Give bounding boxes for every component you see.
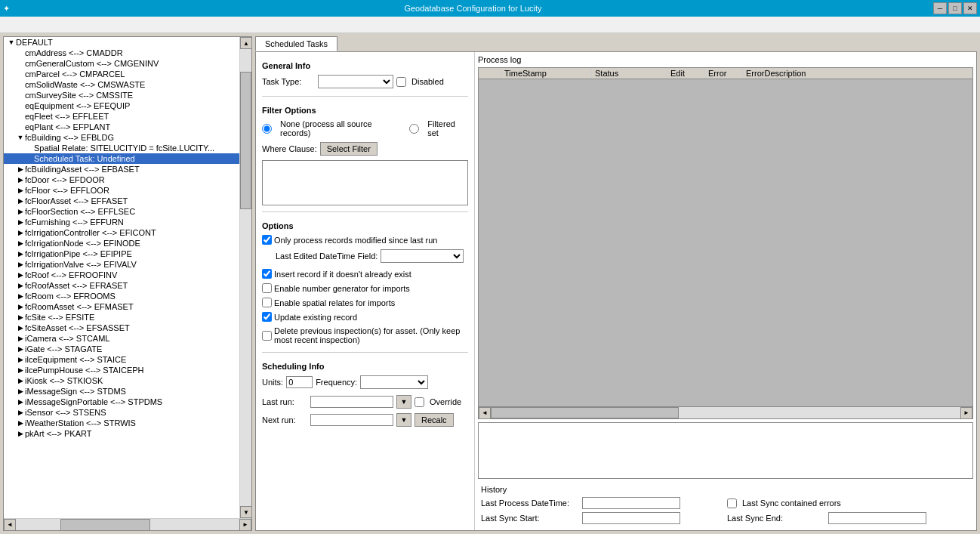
disabled-checkbox[interactable] — [396, 77, 406, 87]
last-edited-select[interactable] — [381, 249, 464, 263]
tree-expander: ▶ — [16, 239, 25, 247]
log-scrollbar-horizontal[interactable]: ◄ ► — [479, 406, 972, 418]
tree-item[interactable]: ▶iWeatherStation <--> STRWIS — [4, 418, 239, 428]
tree-item[interactable]: eqFleet <--> EFFLEET — [4, 111, 239, 122]
tree-item[interactable]: ▶fcSiteAsset <--> EFSASSET — [4, 323, 239, 333]
none-radio[interactable] — [262, 124, 272, 134]
window-title: Geodatabase Configuration for Lucity — [13, 4, 933, 13]
select-filter-button[interactable]: Select Filter — [320, 142, 378, 156]
tree-item[interactable]: ▶fcFloorAsset <--> EFFASET — [4, 196, 239, 206]
tree-item[interactable]: cmSurveySite <--> CMSSITE — [4, 90, 239, 100]
tree-expander: ▶ — [16, 387, 25, 395]
where-clause-textarea[interactable] — [262, 160, 468, 205]
only-modified-checkbox[interactable] — [262, 235, 272, 245]
tree-item[interactable]: ▶fcRoom <--> EFROOMS — [4, 291, 239, 301]
tree-item[interactable]: ▶fcIrrigationController <--> EFICONT — [4, 227, 239, 238]
filtered-set-radio[interactable] — [409, 124, 419, 134]
tree-item[interactable]: ▶fcFloorSection <--> EFFLSEC — [4, 206, 239, 217]
tree-item[interactable]: Scheduled Task: Undefined — [4, 153, 239, 164]
next-run-label: Next run: — [262, 415, 307, 424]
tree-item[interactable]: ▶fcFloor <--> EFFLOOR — [4, 185, 239, 196]
next-run-input[interactable] — [310, 414, 393, 426]
tree-expander: ▶ — [16, 356, 25, 363]
update-existing-row: Update existing record — [262, 312, 468, 322]
tree-scrollbar-horizontal[interactable]: ◄ ► — [4, 518, 251, 530]
task-type-row: Task Type: Disabled — [262, 75, 468, 88]
update-existing-checkbox[interactable] — [262, 312, 272, 322]
tree-root[interactable]: ▼DEFAULT — [4, 37, 239, 48]
tab-scheduled-tasks[interactable]: Scheduled Tasks — [255, 36, 337, 51]
tree-item-label: cmAddress <--> CMADDR — [25, 48, 123, 57]
tree-expander: ▶ — [16, 430, 25, 437]
tree-item[interactable]: ▶iCamera <--> STCAML — [4, 333, 239, 344]
enable-number-checkbox[interactable] — [262, 283, 272, 293]
tree-item-label: fcRoofAsset <--> EFRASET — [25, 281, 128, 290]
insert-record-checkbox[interactable] — [262, 269, 272, 279]
tree-hscroll-thumb[interactable] — [60, 519, 149, 531]
override-checkbox[interactable] — [414, 397, 424, 407]
tree-item[interactable]: cmGeneralCustom <--> CMGENINV — [4, 58, 239, 69]
tree-item[interactable]: ▶iMessageSignPortable <--> STPDMS — [4, 397, 239, 407]
next-run-calendar-button[interactable]: ▼ — [396, 413, 411, 427]
tree-item[interactable]: ▶fcRoomAsset <--> EFMASET — [4, 301, 239, 312]
recalc-button[interactable]: Recalc — [414, 413, 454, 427]
tree-hscroll-left-button[interactable]: ◄ — [4, 519, 16, 531]
tree-item[interactable]: ▶iSensor <--> STSENS — [4, 407, 239, 418]
last-sync-end-input[interactable] — [828, 512, 926, 524]
form-panel: General Info Task Type: Disabled Filter … — [256, 52, 475, 530]
tree-item[interactable]: ▶pkArt <--> PKART — [4, 428, 239, 439]
tree-hscroll-right-button[interactable]: ► — [239, 519, 251, 531]
tree-item[interactable]: ▶fcDoor <--> EFDOOR — [4, 174, 239, 185]
tree-item[interactable]: ▶fcIrrigationPipe <--> EFIPIPE — [4, 248, 239, 259]
tree-item[interactable]: cmParcel <--> CMPARCEL — [4, 69, 239, 79]
minimize-button[interactable]: ─ — [933, 2, 947, 14]
log-hscroll-thumb[interactable] — [491, 407, 679, 418]
tree-scroll-up-button[interactable]: ▲ — [240, 37, 251, 49]
tree-item[interactable]: ▶ilcePumpHouse <--> STAICEPH — [4, 365, 239, 375]
tree-scroll-thumb[interactable] — [240, 72, 251, 209]
tree-item-label: cmGeneralCustom <--> CMGENINV — [25, 59, 159, 68]
tree-scrollbar-vertical[interactable]: ▲ ▼ — [239, 37, 251, 518]
tree-scroll-down-button[interactable]: ▼ — [240, 506, 251, 518]
last-run-input[interactable] — [310, 396, 393, 408]
tree-container[interactable]: ▼DEFAULTcmAddress <--> CMADDRcmGeneralCu… — [4, 37, 239, 518]
tree-item[interactable]: ▶ilceEquipment <--> STAICE — [4, 354, 239, 365]
log-col-timestamp: TimeStamp — [501, 68, 592, 79]
tree-item[interactable]: ▶iMessageSign <--> STDMS — [4, 386, 239, 397]
frequency-select[interactable] — [360, 375, 428, 389]
tree-item[interactable]: ▼fcBuilding <--> EFBLDG — [4, 132, 239, 143]
tree-item[interactable]: ▶fcRoof <--> EFROOFINV — [4, 270, 239, 280]
tree-item[interactable]: Spatial Relate: SITELUCITYID = fcSite.LU… — [4, 143, 239, 153]
last-sync-start-input[interactable] — [582, 512, 680, 524]
only-modified-label: Only process records modified since last… — [274, 236, 437, 245]
tree-item[interactable]: eqEquipment <--> EFEQUIP — [4, 100, 239, 111]
tree-item[interactable]: cmAddress <--> CMADDR — [4, 48, 239, 58]
log-hscroll-track — [491, 407, 960, 418]
tree-item[interactable]: ▶iKiosk <--> STKIOSK — [4, 375, 239, 386]
tree-item[interactable]: ▶fcSite <--> EFSITE — [4, 312, 239, 323]
frequency-label: Frequency: — [316, 378, 357, 387]
process-log-panel: Process log TimeStamp Status Edit Error … — [475, 52, 976, 530]
tree-item[interactable]: ▶fcIrrigationNode <--> EFINODE — [4, 238, 239, 248]
tree-item[interactable]: ▶fcIrrigationValve <--> EFIVALV — [4, 259, 239, 270]
tree-item[interactable]: ▶iGate <--> STAGATE — [4, 344, 239, 354]
last-edited-row: Last Edited DateTime Field: — [276, 249, 468, 263]
task-type-select[interactable] — [318, 75, 393, 88]
close-button[interactable]: ✕ — [963, 2, 977, 14]
log-hscroll-right-button[interactable]: ► — [960, 407, 972, 419]
last-run-calendar-button[interactable]: ▼ — [396, 395, 411, 409]
units-input[interactable] — [286, 376, 313, 388]
last-process-input[interactable] — [582, 497, 680, 509]
maximize-button[interactable]: □ — [948, 2, 962, 14]
tree-item[interactable]: ▶fcRoofAsset <--> EFRASET — [4, 280, 239, 291]
delete-previous-checkbox[interactable] — [262, 331, 272, 341]
log-hscroll-left-button[interactable]: ◄ — [479, 407, 491, 419]
tree-item[interactable]: ▶fcBuildingAsset <--> EFBASET — [4, 164, 239, 174]
tree-item-label: cmSurveySite <--> CMSSITE — [25, 91, 133, 100]
tree-item[interactable]: eqPlant <--> EFPLANT — [4, 122, 239, 132]
enable-spatial-checkbox[interactable] — [262, 298, 272, 307]
last-sync-errors-checkbox[interactable] — [727, 499, 737, 508]
tree-item[interactable]: cmSolidWaste <--> CMSWASTE — [4, 79, 239, 90]
tree-item[interactable]: ▶fcFurnishing <--> EFFURN — [4, 217, 239, 227]
history-grid: Last Process DateTime: Last Sync contain… — [481, 497, 970, 524]
